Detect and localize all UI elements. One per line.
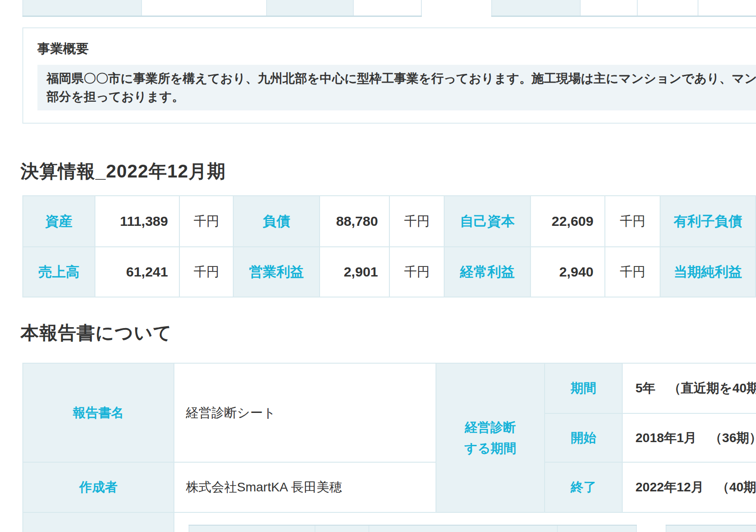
liabilities-unit: 千円 <box>389 196 444 247</box>
nested-cut-cell <box>369 526 558 532</box>
interest-bearing-debt-label: 有利子負債 <box>660 196 756 247</box>
top-cut-cell <box>698 0 756 16</box>
report-name-value: 経営診断シート <box>174 363 436 462</box>
author-value: 株式会社SmartKA 長田美穂 <box>174 462 436 512</box>
ordinary-profit-value: 2,940 <box>530 247 605 297</box>
top-cut-cell <box>354 0 422 16</box>
ordinary-profit-unit: 千円 <box>605 247 660 297</box>
equity-value: 22,609 <box>530 196 605 247</box>
net-income-label: 当期純利益 <box>660 247 756 297</box>
end-value: 2022年12月 （40期 <box>622 462 756 512</box>
nested-cut-cell <box>189 526 315 532</box>
operating-profit-unit: 千円 <box>389 247 444 297</box>
financial-section-heading: 決算情報_2022年12月期 <box>21 159 226 184</box>
top-cut-table-left <box>22 0 422 17</box>
nested-cut-cell <box>558 526 637 532</box>
nested-cut-cell <box>666 526 756 532</box>
liabilities-value: 88,780 <box>320 196 389 247</box>
top-cut-cell <box>491 0 581 16</box>
diagnosis-period-label: 経営診断 する期間 <box>436 363 545 512</box>
business-overview-box: 事業概要 福岡県〇〇市に事業所を構えており、九州北部を中心に型枠工事業を行ってお… <box>22 27 756 124</box>
diagnosis-period-label-line1: 経営診断 <box>437 417 544 438</box>
assets-label: 資産 <box>23 196 95 247</box>
top-cut-cell <box>581 0 638 16</box>
report-section-heading: 本報告書について <box>21 320 172 345</box>
financial-table-wrapper: 資産 111,389 千円 負債 88,780 千円 自己資本 22,609 千… <box>22 195 756 298</box>
report-row-1: 報告書名 経営診断シート 経営診断 する期間 期間 5年 （直近期を40期と <box>23 363 756 413</box>
report-table: 報告書名 経営診断シート 経営診断 する期間 期間 5年 （直近期を40期と 開… <box>22 363 756 532</box>
equity-label: 自己資本 <box>444 196 530 247</box>
liabilities-label: 負債 <box>233 196 320 247</box>
period-value: 5年 （直近期を40期と <box>622 363 756 413</box>
sales-value: 61,241 <box>95 247 179 297</box>
business-overview-paragraph: 福岡県〇〇市に事業所を構えており、九州北部を中心に型枠工事業を行っております。施… <box>37 65 756 110</box>
period-label: 期間 <box>545 363 622 413</box>
report-page: 事業概要 福岡県〇〇市に事業所を構えており、九州北部を中心に型枠工事業を行ってお… <box>0 0 756 532</box>
financial-table: 資産 111,389 千円 負債 88,780 千円 自己資本 22,609 千… <box>22 195 756 297</box>
equity-unit: 千円 <box>605 196 660 247</box>
end-label: 終了 <box>545 462 622 512</box>
ordinary-profit-label: 経常利益 <box>444 247 530 297</box>
business-overview-title: 事業概要 <box>37 40 89 57</box>
start-value: 2018年1月 （36期） <box>622 413 756 462</box>
report-row-3: 作成者 株式会社SmartKA 長田美穂 終了 2022年12月 （40期 <box>23 462 756 512</box>
operating-profit-value: 2,901 <box>320 247 389 297</box>
report-table-wrapper: 報告書名 経営診断シート 経営診断 する期間 期間 5年 （直近期を40期と 開… <box>22 363 756 532</box>
sales-label: 売上高 <box>23 247 95 297</box>
financial-row-2: 売上高 61,241 千円 営業利益 2,901 千円 経常利益 2,940 千… <box>23 247 756 297</box>
diagnosis-period-label-line2: する期間 <box>437 438 544 459</box>
cutoff-row-label <box>23 512 174 532</box>
top-cut-cell <box>267 0 354 16</box>
report-name-label: 報告書名 <box>23 363 174 462</box>
top-cut-cell <box>638 0 698 16</box>
nested-table-sliver-left <box>189 525 637 532</box>
top-cut-cell <box>142 0 267 16</box>
financial-row-1: 資産 111,389 千円 負債 88,780 千円 自己資本 22,609 千… <box>23 196 756 247</box>
start-label: 開始 <box>545 413 622 462</box>
assets-value: 111,389 <box>95 196 179 247</box>
business-overview-line1: 福岡県〇〇市に事業所を構えており、九州北部を中心に型枠工事業を行っております。施… <box>47 69 756 88</box>
top-cut-cell <box>22 0 142 16</box>
operating-profit-label: 営業利益 <box>233 247 320 297</box>
business-overview-line2: 部分を担っております。 <box>47 88 756 106</box>
assets-unit: 千円 <box>179 196 233 247</box>
nested-table-sliver-right <box>666 525 756 532</box>
author-label: 作成者 <box>23 462 174 512</box>
sales-unit: 千円 <box>179 247 233 297</box>
nested-cut-cell <box>315 526 369 532</box>
top-cut-table-right <box>491 0 756 17</box>
